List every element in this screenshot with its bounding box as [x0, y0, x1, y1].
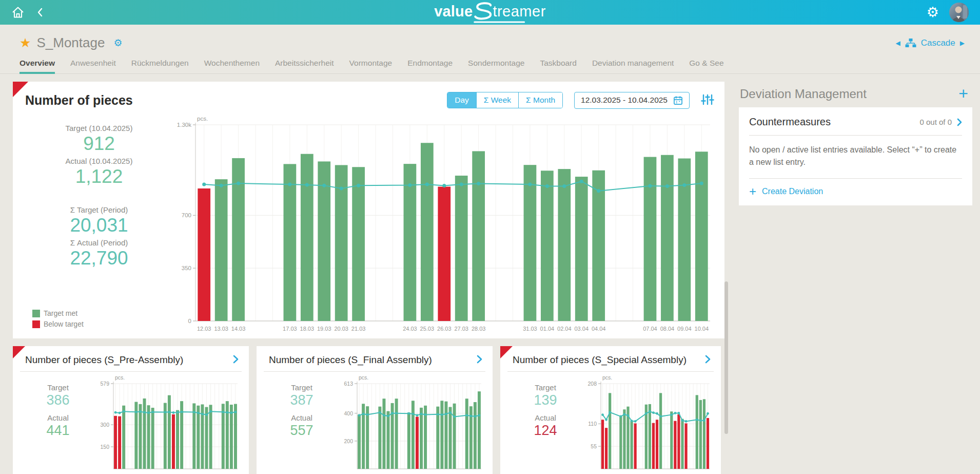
svg-text:07.04: 07.04 — [643, 326, 657, 332]
mini-actual-value: 124 — [534, 422, 557, 439]
alert-corner-flag — [13, 82, 28, 97]
svg-text:02.04: 02.04 — [557, 326, 572, 332]
svg-text:12.03: 12.03 — [197, 326, 211, 332]
page-title-row: ★ S_Montage ⚙ ◀ Cascade ▶ — [0, 25, 980, 51]
svg-text:pcs.: pcs. — [359, 376, 368, 381]
stat-sum-actual-value: 22,790 — [70, 247, 128, 270]
final-assembly-bar-chart: 613400200pcs. — [340, 376, 485, 471]
tab-sondermontage[interactable]: Sondermontage — [468, 59, 524, 74]
divider — [20, 371, 242, 372]
deviation-panel-title: Deviation Management — [740, 87, 867, 101]
svg-text:13.03: 13.03 — [214, 326, 228, 332]
tab-go-and-see[interactable]: Go & See — [689, 59, 723, 74]
chevron-right-icon — [957, 118, 962, 126]
left-column: Number of pieces Day Σ Week Σ Month 12.0… — [13, 82, 724, 474]
chart-settings-button[interactable] — [701, 93, 714, 107]
page-settings-gear-icon[interactable]: ⚙ — [110, 37, 125, 48]
toggle-month-button[interactable]: Σ Month — [518, 92, 562, 108]
page-title: S_Montage — [36, 35, 105, 51]
cascade-label[interactable]: Cascade — [921, 38, 955, 48]
kpi-stats: Target (10.04.2025) 912 Actual (10.04.20… — [24, 115, 174, 335]
tab-rueckmeldungen[interactable]: Rückmeldungen — [131, 59, 189, 74]
svg-text:208: 208 — [587, 381, 597, 387]
open-special-assembly-button[interactable] — [705, 355, 711, 365]
mini-target-label: Target — [47, 383, 69, 392]
pre-assembly-card: Number of pieces (S_Pre-Assembly) Target… — [13, 346, 249, 474]
calendar-icon — [673, 96, 683, 105]
home-button[interactable] — [11, 6, 25, 19]
svg-text:24.03: 24.03 — [403, 326, 417, 332]
logo-text-rest: treamer — [493, 3, 545, 20]
svg-text:55: 55 — [591, 443, 597, 449]
open-pre-assembly-button[interactable] — [233, 355, 239, 365]
svg-text:25.03: 25.03 — [420, 326, 435, 332]
logo-text-bold: value — [434, 3, 473, 20]
svg-text:350: 350 — [182, 265, 191, 271]
favorite-star-icon[interactable]: ★ — [19, 36, 31, 49]
svg-text:17.03: 17.03 — [283, 326, 297, 332]
home-icon — [11, 6, 25, 19]
svg-text:pcs.: pcs. — [197, 116, 208, 122]
legend-swatch-below-target — [32, 320, 40, 328]
tab-taskboard[interactable]: Taskboard — [540, 59, 577, 74]
svg-text:04.04: 04.04 — [592, 326, 606, 332]
alert-corner-flag — [500, 346, 513, 358]
tab-arbeitssicherheit[interactable]: Arbeitssicherheit — [275, 59, 334, 74]
toggle-week-button[interactable]: Σ Week — [476, 92, 518, 108]
mini-card-title: Number of pieces (S_Special Assembly) — [513, 354, 687, 366]
user-avatar[interactable] — [949, 3, 969, 22]
logo-underline — [474, 21, 525, 23]
org-chart-icon — [905, 38, 916, 48]
chevron-right-icon — [233, 355, 239, 364]
mini-card-title: Number of pieces (S_Pre-Assembly) — [25, 354, 183, 366]
svg-text:579: 579 — [100, 381, 109, 387]
stat-actual-day-label: Actual (10.04.2025) — [66, 157, 133, 165]
svg-text:26.03: 26.03 — [437, 326, 452, 332]
mini-card-title: Number of pieces (S_Final Assembly) — [269, 354, 432, 366]
card-title: Number of pieces — [25, 93, 133, 108]
special-assembly-bar-chart: 20811055pcs. — [583, 376, 714, 471]
back-button[interactable] — [37, 8, 43, 17]
open-final-assembly-button[interactable] — [477, 355, 482, 365]
period-toggle: Day Σ Week Σ Month — [447, 92, 563, 108]
alert-corner-flag — [13, 346, 25, 358]
mini-target-label: Target — [535, 383, 556, 392]
countermeasures-open-link[interactable]: 0 out of 0 — [919, 118, 962, 126]
cascade-next-button[interactable]: ▶ — [960, 40, 965, 47]
create-deviation-button[interactable]: + Create Deviation — [749, 179, 962, 205]
cascade-prev-button[interactable]: ◀ — [895, 40, 900, 47]
svg-text:400: 400 — [344, 410, 353, 416]
mini-target-value: 386 — [46, 392, 69, 408]
settings-button[interactable]: ⚙ — [927, 6, 939, 20]
tab-wochenthemen[interactable]: Wochenthemen — [204, 59, 260, 74]
svg-text:20.03: 20.03 — [334, 326, 348, 332]
tab-overview[interactable]: Overview — [19, 59, 55, 74]
svg-text:150: 150 — [100, 444, 109, 450]
countermeasures-title: Countermeasures — [749, 116, 831, 128]
stat-sum-target-label: Σ Target (Period) — [70, 205, 128, 214]
tab-endmontage[interactable]: Endmontage — [407, 59, 453, 74]
mini-kpi-stats: Target 139 Actual 124 — [507, 376, 583, 471]
mini-actual-label: Actual — [291, 413, 312, 422]
tab-deviation-management[interactable]: Deviation management — [592, 59, 674, 74]
svg-text:03.04: 03.04 — [574, 326, 589, 332]
svg-text:08.04: 08.04 — [660, 326, 675, 332]
mini-target-label: Target — [291, 383, 312, 392]
svg-text:300: 300 — [100, 422, 109, 428]
stat-target-day-label: Target (10.04.2025) — [66, 124, 133, 132]
stat-sum-actual-label: Σ Actual (Period) — [70, 238, 128, 247]
toggle-day-button[interactable]: Day — [447, 92, 476, 108]
date-range-picker[interactable]: 12.03.2025 - 10.04.2025 — [574, 92, 690, 109]
tab-vormontage[interactable]: Vormontage — [349, 59, 393, 74]
mini-actual-value: 557 — [290, 422, 313, 439]
special-assembly-card: Number of pieces (S_Special Assembly) Ta… — [500, 346, 721, 474]
tab-anwesenheit[interactable]: Anwesenheit — [70, 59, 116, 74]
mini-actual-label: Actual — [535, 413, 556, 422]
add-deviation-button[interactable]: + — [956, 87, 970, 101]
content-scrollbar[interactable] — [724, 281, 728, 434]
svg-text:1.30k: 1.30k — [177, 122, 191, 128]
deviation-management-panel: Deviation Management + Countermeasures 0… — [739, 82, 972, 205]
countermeasures-count: 0 out of 0 — [919, 118, 952, 126]
stat-sum-target-value: 20,031 — [70, 214, 128, 237]
number-of-pieces-card: Number of pieces Day Σ Week Σ Month 12.0… — [13, 82, 724, 338]
